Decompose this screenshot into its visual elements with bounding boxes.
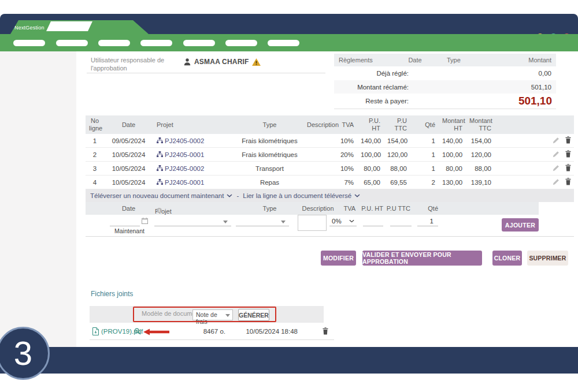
cell-description (303, 162, 329, 176)
cell-montant-ht: 100,00 (439, 148, 466, 162)
chevron-down-icon (349, 219, 354, 223)
main-nav-bar (0, 34, 578, 51)
cell-montant-ttc: 154,00 (466, 134, 495, 148)
form-col-qte: Qté (412, 205, 438, 212)
cell-projet: PJ2405-0002 (153, 134, 236, 148)
calendar-icon[interactable] (142, 218, 148, 224)
step-number: 3 (14, 337, 32, 370)
separator-dash: - (236, 192, 239, 199)
caret-down-icon (281, 221, 286, 223)
pu-ttc-input[interactable] (390, 216, 412, 226)
project-link[interactable]: PJ2405-0002 (165, 165, 204, 172)
form-col-type: Type (236, 205, 303, 212)
nav-item-pill[interactable] (56, 40, 88, 46)
cell-date: 10/05/2024 (104, 162, 153, 176)
col-projet: Projet (153, 115, 236, 134)
caret-down-icon (223, 221, 228, 223)
link-document-label: Lier la ligne à un document téléversé (243, 192, 351, 199)
tva-select[interactable]: 0% (329, 216, 357, 226)
sitemap-icon (157, 165, 163, 171)
cell-qte: 1 (410, 134, 439, 148)
sitemap-icon (157, 137, 163, 144)
edit-pencil-icon[interactable] (553, 165, 560, 171)
now-link[interactable]: Maintenant (114, 227, 144, 234)
qte-input[interactable] (417, 216, 438, 226)
delete-trash-icon[interactable] (565, 178, 572, 185)
nav-item-pill[interactable] (183, 40, 215, 46)
approval-user-name: ASMAA CHARIF (194, 58, 249, 66)
delete-trash-icon[interactable] (565, 136, 572, 144)
payments-header: Règlements Date Type Montant (334, 54, 556, 66)
cell-montant-ttc: 120,00 (466, 148, 495, 162)
cloner-button[interactable]: CLONER (492, 251, 522, 266)
link-document-toggle[interactable]: Lier la ligne à un document téléversé (243, 192, 360, 199)
nav-item-pill[interactable] (140, 40, 172, 46)
expense-lines-table: No ligne Date Projet Type Description TV… (86, 115, 574, 189)
col-pu-ht: P.U. HT (357, 115, 384, 134)
cell-no: 4 (86, 176, 104, 189)
edit-pencil-icon[interactable] (553, 178, 560, 185)
attached-file-row: (PROV19).pdf 8467 o. 10/05/2024 18:48 (90, 323, 334, 340)
zoom-in-icon[interactable] (134, 328, 141, 335)
cell-no: 2 (86, 148, 104, 162)
cell-type: Transport (236, 162, 303, 176)
info-icon: i (157, 208, 162, 213)
table-row: 2 10/05/2024 PJ2405-0001 Frais kilométri… (86, 148, 574, 162)
modifier-button[interactable]: MODIFIER (321, 251, 356, 266)
cell-montant-ht: 140,00 (439, 134, 466, 148)
divider (87, 73, 325, 73)
cell-pu-ht: 80,00 (357, 162, 384, 176)
form-col-date: Date (104, 205, 153, 212)
type-select[interactable] (236, 216, 289, 226)
document-toolbar: Téléverser un nouveau document maintenan… (86, 189, 574, 202)
cell-no: 1 (86, 134, 104, 148)
description-textarea[interactable] (298, 215, 327, 231)
project-select[interactable] (154, 216, 231, 226)
ajouter-button[interactable]: AJOUTER (502, 218, 539, 232)
cell-pu-ht: 100,00 (357, 148, 384, 162)
nav-item-pill[interactable] (13, 40, 45, 46)
cell-no: 3 (86, 162, 104, 176)
cell-qte: 2 (410, 176, 439, 189)
table-header-row: No ligne Date Projet Type Description TV… (86, 115, 574, 134)
table-row: 3 10/05/2024 PJ2405-0002 Transport 10% 8… (86, 162, 574, 176)
sitemap-icon (157, 179, 163, 185)
already-paid-label: Déjà réglé: (334, 70, 484, 77)
project-link[interactable]: PJ2405-0002 (165, 137, 204, 144)
nav-item-pill[interactable] (225, 40, 257, 46)
claimed-amount-value: 501,10 (484, 84, 556, 91)
date-input[interactable] (110, 216, 140, 226)
attachments-title: Fichiers joints (91, 290, 133, 298)
col-type: Type (236, 115, 303, 134)
delete-trash-icon[interactable] (565, 164, 572, 171)
file-datetime: 10/05/2024 18:48 (243, 328, 298, 335)
cell-type: Frais kilométriques (236, 134, 303, 148)
remaining-amount-value: 501,10 (484, 95, 556, 107)
cell-pu-ttc: 88,00 (384, 162, 410, 176)
nav-item-pill[interactable] (268, 40, 299, 46)
cell-qte: 1 (410, 162, 439, 176)
edit-pencil-icon[interactable] (553, 137, 560, 144)
col-date: Date (398, 57, 432, 64)
project-link[interactable]: PJ2405-0001 (165, 151, 204, 158)
delete-file-icon[interactable] (322, 327, 329, 335)
nav-item-pill[interactable] (98, 40, 130, 46)
supprimer-button[interactable]: SUPPRIMER (527, 251, 568, 266)
chevron-down-icon (227, 194, 232, 197)
app-window: NextGestion Utilisateur responsable de l… (0, 0, 578, 392)
col-montant: Montant (502, 57, 556, 64)
claimed-amount-label: Montant réclamé: (334, 84, 484, 91)
pu-ht-input[interactable] (363, 216, 383, 226)
upload-document-toggle[interactable]: Téléverser un nouveau document maintenan… (90, 192, 232, 199)
col-date: Date (104, 115, 153, 134)
project-link[interactable]: PJ2405-0001 (165, 179, 204, 186)
pdf-file-icon (92, 327, 99, 335)
delete-trash-icon[interactable] (565, 150, 572, 158)
cell-tva: 10% (329, 134, 357, 148)
valider-envoyer-button[interactable]: VALIDER ET ENVOYER POUR APPROBATION (362, 251, 482, 266)
edit-pencil-icon[interactable] (553, 151, 560, 158)
cell-date: 09/05/2024 (104, 134, 153, 148)
remaining-amount-label: Reste à payer: (334, 98, 484, 104)
warning-icon (252, 58, 261, 66)
col-qte: Qté (410, 115, 439, 134)
